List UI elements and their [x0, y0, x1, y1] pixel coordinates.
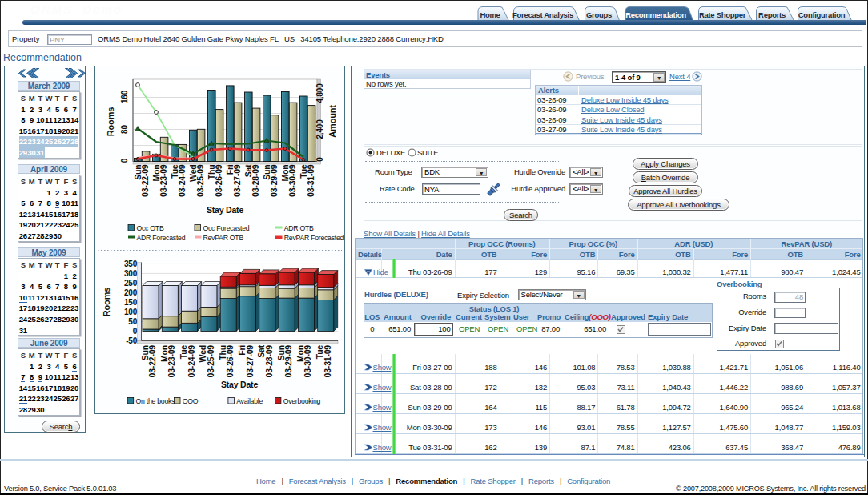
svg-text:Stay Date: Stay Date — [221, 380, 258, 389]
svg-text:Occ OTB: Occ OTB — [137, 224, 164, 232]
svg-text:Occ Forecasted: Occ Forecasted — [203, 224, 250, 232]
svg-text:2,400: 2,400 — [315, 119, 324, 139]
svg-text:OOO: OOO — [183, 397, 199, 405]
svg-text:03-31-09: 03-31-09 — [323, 345, 332, 378]
svg-text:Home: Home — [480, 10, 500, 19]
svg-text:03-25-09: 03-25-09 — [206, 345, 215, 378]
svg-text:03-31-09: 03-31-09 — [306, 164, 315, 197]
svg-text:160: 160 — [120, 90, 129, 103]
svg-text:Groups: Groups — [586, 10, 612, 19]
svg-text:ADR OTB: ADR OTB — [284, 224, 314, 232]
svg-text:Forecast Analysis: Forecast Analysis — [512, 10, 573, 19]
svg-text:03-23-09: 03-23-09 — [159, 164, 168, 197]
svg-text:03-30-09: 03-30-09 — [287, 164, 297, 197]
svg-text:250: 250 — [124, 279, 138, 288]
svg-text:100: 100 — [124, 308, 138, 316]
svg-text:Overbooking: Overbooking — [283, 397, 321, 405]
svg-text:03-27-09: 03-27-09 — [245, 345, 255, 378]
svg-text:Rooms: Rooms — [106, 107, 115, 136]
svg-text:150: 150 — [124, 298, 138, 307]
svg-text:0: 0 — [315, 157, 324, 162]
svg-text:0: 0 — [120, 158, 129, 163]
svg-text:-50: -50 — [126, 336, 137, 345]
svg-text:Amount: Amount — [328, 105, 337, 138]
svg-text:Reports: Reports — [758, 10, 786, 19]
svg-text:350: 350 — [124, 260, 138, 268]
svg-text:03-24-09: 03-24-09 — [177, 164, 187, 197]
svg-text:RevPAR Forecasted: RevPAR Forecasted — [284, 234, 344, 242]
svg-text:0: 0 — [133, 327, 138, 336]
svg-text:Configuration: Configuration — [798, 10, 846, 19]
svg-text:ADR Forecasted: ADR Forecasted — [137, 234, 186, 242]
svg-text:03-29-09: 03-29-09 — [269, 164, 279, 197]
svg-text:03-27-09: 03-27-09 — [232, 164, 242, 197]
svg-text:Rooms: Rooms — [102, 288, 111, 316]
svg-text:03-30-09: 03-30-09 — [303, 345, 312, 378]
svg-text:03-28-09: 03-28-09 — [264, 345, 274, 378]
svg-text:03-23-09: 03-23-09 — [167, 345, 176, 378]
svg-text:03-28-09: 03-28-09 — [251, 164, 260, 197]
svg-text:Available: Available — [236, 397, 263, 405]
svg-text:Rate Shopper: Rate Shopper — [699, 10, 746, 19]
svg-text:03-25-09: 03-25-09 — [195, 164, 205, 197]
svg-text:03-26-09: 03-26-09 — [214, 164, 223, 197]
svg-text:4,800: 4,800 — [315, 83, 324, 103]
svg-text:03-22-09: 03-22-09 — [140, 164, 150, 197]
svg-text:300: 300 — [124, 269, 138, 278]
svg-text:200: 200 — [124, 288, 138, 297]
svg-text:Stay Date: Stay Date — [207, 205, 243, 215]
svg-text:03-24-09: 03-24-09 — [187, 345, 196, 378]
svg-text:50: 50 — [128, 317, 137, 326]
svg-text:80: 80 — [120, 125, 129, 134]
svg-text:RevPAR OTB: RevPAR OTB — [203, 234, 244, 242]
svg-text:03-29-09: 03-29-09 — [283, 345, 293, 378]
svg-text:Recommendation: Recommendation — [625, 10, 686, 19]
svg-text:03-26-09: 03-26-09 — [225, 345, 235, 378]
svg-text:03-22-09: 03-22-09 — [147, 345, 157, 378]
svg-text:On the books: On the books — [136, 397, 176, 405]
